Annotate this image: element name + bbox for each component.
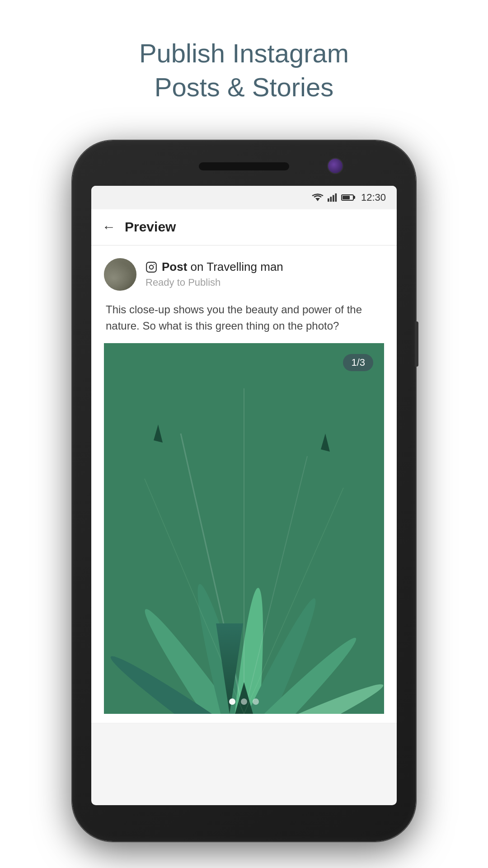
svg-marker-0 [315, 198, 320, 201]
post-title-row: Post on Travelling man [145, 260, 384, 274]
phone-side-button [415, 321, 418, 367]
svg-rect-2 [330, 197, 332, 202]
svg-rect-5 [146, 262, 156, 272]
dot-3 [253, 698, 259, 705]
instagram-icon [145, 261, 157, 273]
post-account: on Travelling man [191, 260, 283, 274]
avatar-image [104, 258, 136, 291]
battery-fill [343, 196, 350, 199]
battery-icon [341, 194, 354, 201]
signal-icon [328, 193, 338, 202]
svg-rect-3 [333, 195, 334, 202]
phone-mockup: 12:30 ← Preview [72, 141, 416, 841]
pagination-dots [229, 698, 259, 705]
wifi-icon [311, 193, 324, 202]
post-meta: Post on Travelling man Ready to Publish [145, 260, 384, 288]
post-image [104, 343, 384, 714]
image-counter: 1/3 [343, 354, 373, 371]
back-button[interactable]: ← [102, 219, 116, 235]
post-card: Post on Travelling man Ready to Publish … [91, 245, 397, 723]
phone-shell: 12:30 ← Preview [72, 141, 416, 841]
post-header: Post on Travelling man Ready to Publish [104, 258, 384, 291]
leaves-svg [104, 343, 384, 714]
svg-point-7 [154, 264, 155, 265]
status-icons: 12:30 [311, 192, 386, 203]
page-title: Publish Instagram Posts & Stories [139, 36, 349, 104]
status-bar: 12:30 [91, 186, 397, 209]
svg-rect-1 [328, 198, 329, 202]
dot-2 [241, 698, 247, 705]
status-time: 12:30 [361, 192, 386, 203]
page-header: Publish Instagram Posts & Stories [139, 36, 349, 104]
dot-1 [229, 698, 235, 705]
content-area: Post on Travelling man Ready to Publish … [91, 245, 397, 723]
avatar [104, 258, 136, 291]
svg-point-6 [150, 265, 154, 269]
phone-earpiece [199, 162, 289, 170]
svg-rect-4 [335, 193, 337, 202]
post-caption: This close-up shows you the beauty and p… [104, 302, 384, 334]
post-platform: Post [162, 260, 187, 274]
post-title: Post on Travelling man [162, 260, 283, 274]
phone-camera [327, 158, 343, 174]
header-line2: Posts & Stories [155, 72, 333, 102]
app-bar-title: Preview [125, 219, 176, 235]
app-bar: ← Preview [91, 209, 397, 245]
post-image-container[interactable]: 1/3 [104, 343, 384, 714]
phone-screen: 12:30 ← Preview [91, 186, 397, 805]
header-line1: Publish Instagram [139, 38, 349, 68]
post-status: Ready to Publish [145, 277, 384, 288]
